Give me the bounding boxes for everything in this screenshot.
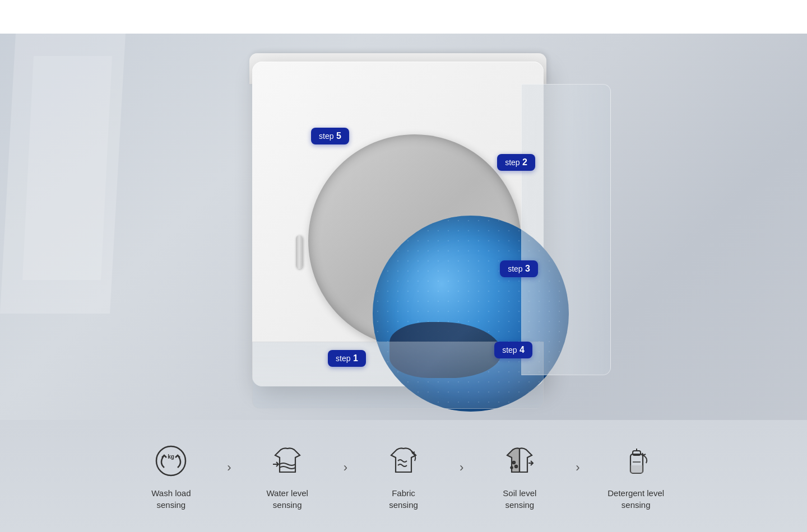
machine-body [252,62,544,386]
water-level-label: Water level sensing [266,487,308,511]
arrow-2: › [344,460,347,475]
arrow-1: › [227,460,231,475]
step4-badge: step 4 [494,342,532,358]
step5-badge: step 5 [311,128,349,144]
sensing-item-fabric: Fabric sensing [347,441,460,511]
detergent-label: Detergent level sensing [607,487,664,511]
step2-badge: step 2 [497,154,535,171]
arrow-3: › [460,460,463,475]
sensing-item-wash-load: kg Wash load sensing [115,441,227,511]
water-level-icon [268,441,307,480]
step1-badge: step 1 [328,350,366,367]
svg-point-11 [511,467,513,469]
svg-point-10 [515,465,517,468]
washing-machine: SAMSUNG Eco 40-60 2:00 step 5 step 2 ste… [207,28,600,431]
step3-badge: step 3 [500,260,538,277]
svg-rect-16 [630,465,643,473]
svg-point-9 [513,461,515,464]
svg-point-5 [156,446,185,475]
machine-side-panel [521,84,611,375]
sensing-item-soil-level: Soil level sensing [463,441,576,511]
sensing-item-detergent: Detergent level sensing [580,441,692,511]
door-handle[interactable] [296,235,303,269]
wash-load-icon: kg [151,441,191,480]
soil-level-label: Soil level sensing [503,487,536,511]
drum-outer [308,134,521,347]
sensing-item-water-level: Water level sensing [231,441,344,511]
svg-text:kg: kg [168,454,175,460]
fabric-label: Fabric sensing [389,487,418,511]
soil-level-icon [500,441,539,480]
sensing-bar: kg Wash load sensing › [0,420,807,532]
arrow-4: › [576,460,579,475]
detergent-icon [616,441,656,480]
fabric-icon [384,441,423,480]
wash-load-label: Wash load sensing [151,487,191,511]
